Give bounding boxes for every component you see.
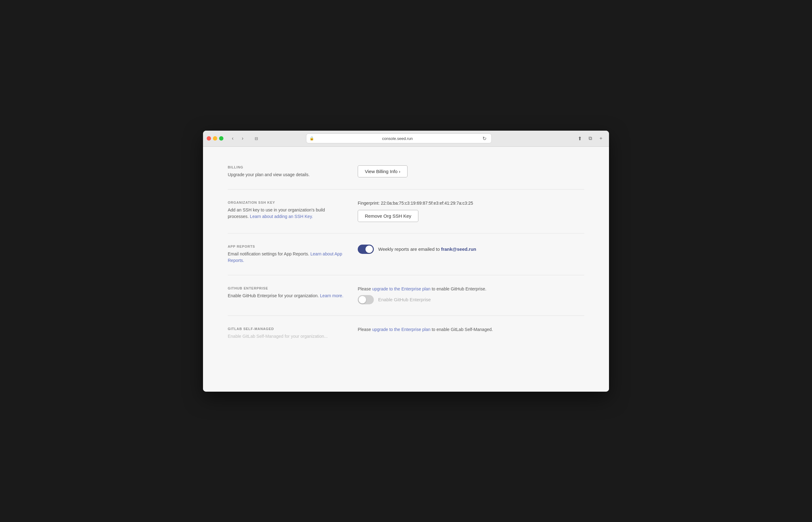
gitlab-note-suffix: to enable GitLab Self-Managed. bbox=[431, 327, 493, 332]
app-reports-section: APP REPORTS Email notification settings … bbox=[228, 234, 584, 275]
gitlab-self-managed-section-title: GITLAB SELF-MANAGED bbox=[228, 327, 345, 331]
app-reports-toggle-label: Weekly reports are emailed to frank@seed… bbox=[378, 246, 476, 252]
address-bar[interactable]: 🔒 console.seed.run ↻ bbox=[306, 134, 492, 143]
ssh-key-section-desc: Add an SSH key to use in your organizati… bbox=[228, 207, 345, 220]
ssh-key-section-right: Fingerprint: 22:0a:ba:75:c3:19:69:87:5f:… bbox=[358, 201, 584, 222]
url-text: console.seed.run bbox=[316, 136, 479, 141]
remove-ssh-key-button[interactable]: Remove Org SSH Key bbox=[358, 210, 418, 222]
fingerprint-value: 22:0a:ba:75:c3:19:69:87:5f:e3:ef:41:29:7… bbox=[381, 201, 473, 206]
fingerprint-text: Fingerprint: 22:0a:ba:75:c3:19:69:87:5f:… bbox=[358, 201, 584, 206]
github-enterprise-desc-text: Enable GitHub Enterprise for your organi… bbox=[228, 293, 319, 298]
toggle-label-prefix: Weekly reports are emailed to bbox=[378, 246, 441, 252]
gitlab-self-managed-section-left: GITLAB SELF-MANAGED Enable GitLab Self-M… bbox=[228, 327, 345, 340]
minimize-button[interactable] bbox=[213, 136, 217, 141]
browser-window: ‹ › ⊟ 🔒 console.seed.run ↻ ⬆ ⧉ + BILLING… bbox=[203, 130, 609, 392]
gitlab-self-managed-note: Please upgrade to the Enterprise plan to… bbox=[358, 327, 584, 332]
browser-actions: ⬆ ⧉ + bbox=[576, 134, 605, 143]
app-reports-section-left: APP REPORTS Email notification settings … bbox=[228, 245, 345, 264]
billing-section-left: BILLING Upgrade your plan and view usage… bbox=[228, 165, 345, 178]
app-reports-email: frank@seed.run bbox=[441, 246, 476, 252]
github-enterprise-toggle[interactable] bbox=[358, 295, 374, 304]
ssh-key-section-title: ORGANIZATION SSH KEY bbox=[228, 201, 345, 204]
app-reports-desc-text: Email notification settings for App Repo… bbox=[228, 252, 309, 256]
reload-button[interactable]: ↻ bbox=[481, 135, 488, 142]
billing-section-right: View Billing Info › bbox=[358, 165, 584, 177]
github-enterprise-section-title: GITHUB ENTERPRISE bbox=[228, 286, 345, 290]
gitlab-upgrade-link[interactable]: upgrade to the Enterprise plan bbox=[372, 327, 431, 332]
page-content: BILLING Upgrade your plan and view usage… bbox=[203, 147, 609, 392]
app-reports-toggle[interactable] bbox=[358, 245, 374, 254]
lock-icon: 🔒 bbox=[309, 136, 314, 141]
nav-buttons: ‹ › bbox=[228, 134, 247, 143]
close-button[interactable] bbox=[207, 136, 211, 141]
new-tab-button[interactable]: + bbox=[597, 134, 605, 143]
browser-chrome: ‹ › ⊟ 🔒 console.seed.run ↻ ⬆ ⧉ + bbox=[203, 130, 609, 147]
share-button[interactable]: ⬆ bbox=[576, 134, 584, 143]
back-button[interactable]: ‹ bbox=[228, 134, 237, 143]
github-enterprise-note-suffix: to enable GitHub Enterprise. bbox=[431, 286, 486, 292]
app-reports-section-desc: Email notification settings for App Repo… bbox=[228, 251, 345, 264]
app-reports-section-right: Weekly reports are emailed to frank@seed… bbox=[358, 245, 584, 254]
github-enterprise-toggle-row: Enable GitHub Enterprise bbox=[358, 295, 584, 304]
forward-button[interactable]: › bbox=[238, 134, 247, 143]
app-reports-section-title: APP REPORTS bbox=[228, 245, 345, 248]
billing-section: BILLING Upgrade your plan and view usage… bbox=[228, 159, 584, 189]
gitlab-self-managed-section-right: Please upgrade to the Enterprise plan to… bbox=[358, 327, 584, 336]
github-enterprise-note: Please upgrade to the Enterprise plan to… bbox=[358, 286, 584, 292]
github-enterprise-section: GITHUB ENTERPRISE Enable GitHub Enterpri… bbox=[228, 275, 584, 316]
github-enterprise-section-left: GITHUB ENTERPRISE Enable GitHub Enterpri… bbox=[228, 286, 345, 299]
ssh-key-section: ORGANIZATION SSH KEY Add an SSH key to u… bbox=[228, 189, 584, 234]
github-enterprise-section-right: Please upgrade to the Enterprise plan to… bbox=[358, 286, 584, 304]
billing-section-desc: Upgrade your plan and view usage details… bbox=[228, 172, 345, 178]
gitlab-note-prefix: Please bbox=[358, 327, 372, 332]
view-billing-info-button[interactable]: View Billing Info › bbox=[358, 165, 408, 177]
maximize-button[interactable] bbox=[219, 136, 224, 141]
fullscreen-button[interactable]: ⧉ bbox=[586, 134, 595, 143]
gitlab-desc-placeholder: Enable GitLab Self-Managed for your orga… bbox=[228, 334, 328, 339]
github-enterprise-upgrade-link[interactable]: upgrade to the Enterprise plan bbox=[372, 286, 431, 292]
fingerprint-label: Fingerprint: bbox=[358, 201, 380, 206]
sidebar-toggle-button[interactable]: ⊟ bbox=[252, 134, 261, 143]
github-enterprise-section-desc: Enable GitHub Enterprise for your organi… bbox=[228, 293, 345, 299]
github-enterprise-toggle-label: Enable GitHub Enterprise bbox=[378, 297, 431, 302]
ssh-key-learn-link[interactable]: Learn about adding an SSH Key. bbox=[250, 214, 313, 219]
gitlab-self-managed-section-desc: Enable GitLab Self-Managed for your orga… bbox=[228, 333, 345, 340]
billing-section-title: BILLING bbox=[228, 165, 345, 169]
ssh-key-section-left: ORGANIZATION SSH KEY Add an SSH key to u… bbox=[228, 201, 345, 220]
gitlab-self-managed-section: GITLAB SELF-MANAGED Enable GitLab Self-M… bbox=[228, 316, 584, 351]
github-enterprise-learn-link[interactable]: Learn more. bbox=[320, 293, 343, 298]
traffic-lights bbox=[207, 136, 224, 141]
app-reports-toggle-row: Weekly reports are emailed to frank@seed… bbox=[358, 245, 584, 254]
github-enterprise-note-prefix: Please bbox=[358, 286, 372, 292]
